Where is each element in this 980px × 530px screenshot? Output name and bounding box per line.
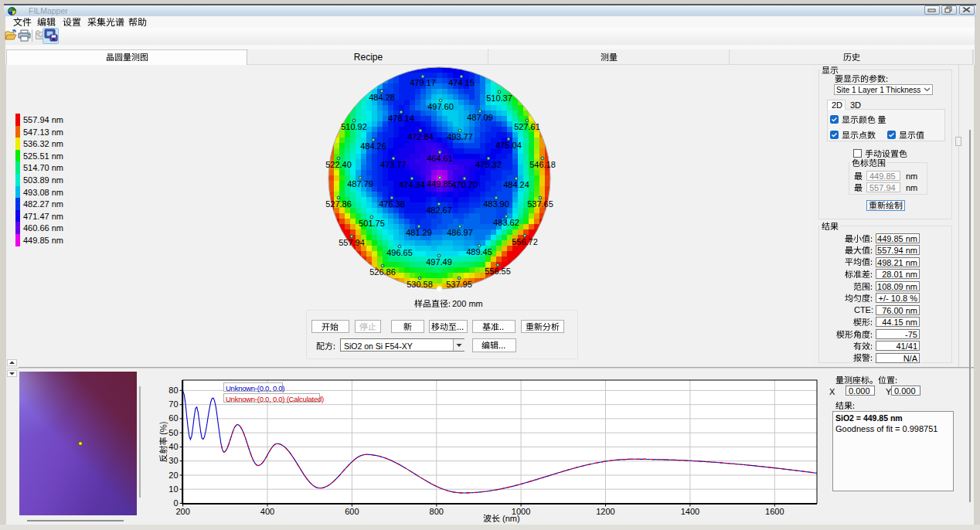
svg-text:70: 70 [168,399,178,409]
svg-text:20: 20 [168,471,178,480]
svg-text:60: 60 [168,413,178,423]
svg-text:30: 30 [168,456,178,465]
svg-text:1600: 1600 [765,507,784,516]
svg-text:1400: 1400 [681,507,699,516]
svg-text:400: 400 [260,507,274,516]
svg-text:200: 200 [175,507,189,516]
svg-text:50: 50 [168,428,178,437]
svg-text:40: 40 [168,442,178,451]
svg-text:10: 10 [168,484,178,494]
svg-text:80: 80 [168,386,178,395]
svg-text:1200: 1200 [596,507,614,516]
svg-text:800: 800 [430,507,444,516]
svg-text:600: 600 [345,507,359,516]
